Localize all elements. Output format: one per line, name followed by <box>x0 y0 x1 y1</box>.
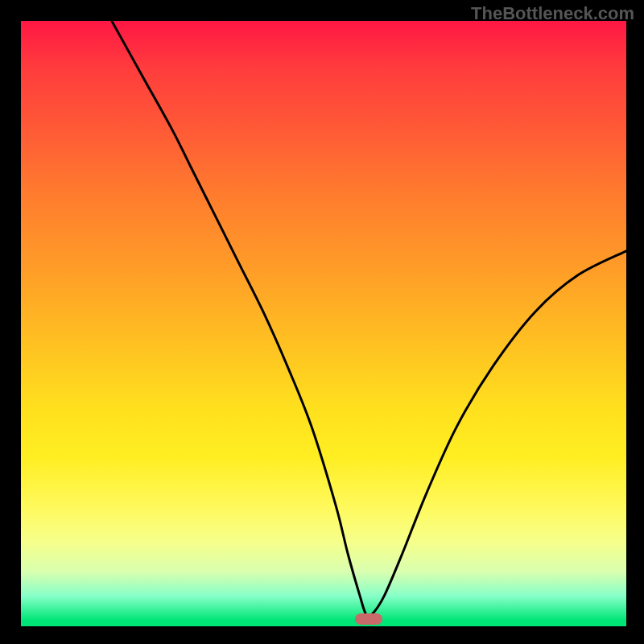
watermark-text: TheBottleneck.com <box>471 3 634 24</box>
plot-area <box>21 21 626 626</box>
bottleneck-curve <box>21 21 626 626</box>
chart-frame: TheBottleneck.com <box>0 0 644 644</box>
optimal-point-marker <box>355 613 382 625</box>
